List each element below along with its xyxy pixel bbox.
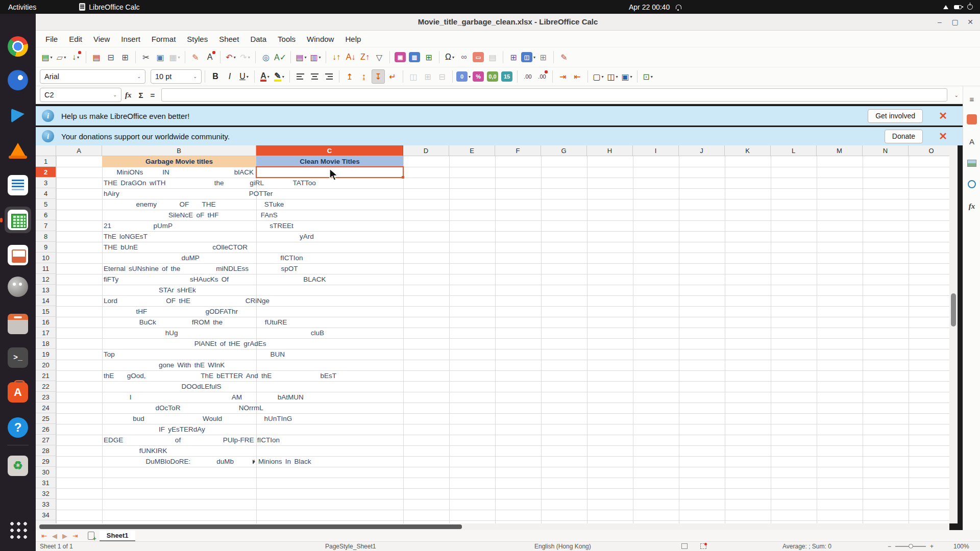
clone-formatting-icon[interactable]: ✎ [189,50,202,64]
row-header-8[interactable]: 8 [36,231,56,242]
dock-item-libreoffice-impress[interactable] [5,242,31,268]
window-title-bar[interactable]: Movie_title_garbage_clean.xlsx - LibreOf… [36,14,980,31]
column-header-B[interactable]: B [102,145,256,156]
gallery-deck-icon[interactable] [965,157,978,170]
copy-icon[interactable]: ▣ [154,50,167,64]
last-sheet-button[interactable]: ⇥ [72,532,78,540]
cell-B19[interactable]: Top BUN [104,349,402,360]
row-header-26[interactable]: 26 [36,424,56,435]
cell-B28[interactable]: fUNKIRK [104,445,402,456]
cell-B23[interactable]: I AM bAtMUN [104,392,402,403]
row-header-32[interactable]: 32 [36,488,56,499]
print-preview-icon[interactable]: ⊞ [118,50,132,64]
increase-indent-icon[interactable]: ⇥ [556,69,570,84]
special-character-icon[interactable]: Ω▾ [443,50,456,64]
sort-descending-icon[interactable]: Z↑ [358,50,372,64]
cell-B12[interactable]: fiFTy sHAucKs Of BLACK [104,274,402,285]
undo-icon[interactable]: ↶▾ [224,50,237,64]
cell-B27[interactable]: EDGE of PUlp-FRE fICTIon [104,435,402,445]
add-sheet-icon[interactable] [88,532,94,540]
activities-button[interactable]: Activities [8,3,36,11]
clear-formatting-icon[interactable]: A [203,50,216,64]
column-header-H[interactable]: H [587,145,633,156]
dropdown-arrow-icon[interactable]: ▾ [178,55,180,60]
dropdown-arrow-icon[interactable]: ▾ [452,55,454,60]
dropdown-arrow-icon[interactable]: ▾ [616,74,618,79]
row-header-19[interactable]: 19 [36,349,56,360]
expand-formula-bar-icon[interactable]: ⌄ [954,92,959,98]
align-right-icon[interactable] [322,69,335,84]
split-window-icon[interactable]: ◫▾ [521,50,535,64]
format-date-icon[interactable]: 15 [500,69,513,84]
cell-B15[interactable]: tHF gODFAThr [104,306,402,317]
dock-item-chrome[interactable] [5,33,31,60]
dropdown-arrow-icon[interactable]: ▾ [319,55,321,60]
column-header-F[interactable]: F [495,145,541,156]
row-header-28[interactable]: 28 [36,445,56,456]
align-bottom-icon[interactable]: ↧ [372,69,385,84]
italic-icon[interactable]: I [223,69,236,84]
column-header-G[interactable]: G [541,145,587,156]
column-header-D[interactable]: D [403,145,449,156]
format-currency-icon[interactable]: 0▾ [456,69,471,84]
next-sheet-button[interactable]: ▶ [62,532,67,540]
row-header-31[interactable]: 31 [36,478,56,488]
dropdown-arrow-icon[interactable]: ▾ [64,55,66,60]
font-color-icon[interactable]: A▾ [258,69,272,84]
name-box[interactable]: C2⌄ [40,88,121,102]
sidebar-settings-icon[interactable]: ≡ [965,92,978,106]
column-header-O[interactable]: O [909,145,949,156]
row-header-1[interactable]: 1 [36,156,56,167]
bold-icon[interactable]: B [209,69,222,84]
row-header-27[interactable]: 27 [36,435,56,445]
insert-chart-icon[interactable]: ▥ [408,50,421,64]
row-header-16[interactable]: 16 [36,317,56,328]
menu-view[interactable]: View [88,33,115,45]
column-header-L[interactable]: L [771,145,817,156]
dock-item-vlc[interactable] [5,136,31,163]
border-style-icon[interactable]: ◫▾ [606,69,619,84]
cell-B13[interactable]: STAr sHrEk [104,285,402,295]
insert-pivot-table-icon[interactable]: ⊞ [422,50,435,64]
align-left-icon[interactable] [293,69,307,84]
dock-item-vscode[interactable] [5,102,31,128]
dock-item-thunderbird[interactable] [5,67,31,93]
focused-app-indicator[interactable]: LibreOffice Calc [79,3,139,11]
row-header-3[interactable]: 3 [36,178,56,188]
menu-window[interactable]: Window [301,33,339,45]
cell-B6[interactable]: SileNcE oF tHF FAnS [104,210,402,220]
show-grid-lines-icon[interactable]: ⊞ [536,50,550,64]
cut-icon[interactable]: ✂ [139,50,153,64]
vertical-scrollbar-thumb[interactable] [951,293,956,327]
row-header-34[interactable]: 34 [36,510,56,520]
sheet-tab-sheet1[interactable]: Sheet1 [100,531,136,541]
equals-icon[interactable]: = [151,91,155,99]
column-header-J[interactable]: J [679,145,725,156]
zoom-percentage[interactable]: 100% [953,543,969,550]
cell-B14[interactable]: Lord OF tHE CRiNge [104,295,402,306]
row-header-4[interactable]: 4 [36,188,56,199]
zoom-in-button[interactable]: + [930,543,934,550]
center-vertically-icon[interactable]: ↨ [357,69,371,84]
cell-B9[interactable]: THE bUnE cOlleCTOR [104,242,402,253]
row-header-13[interactable]: 13 [36,285,56,295]
delete-decimal-place-icon[interactable]: .00 [535,69,549,84]
dock-item-files[interactable] [5,311,31,337]
get-involved-button[interactable]: Get involved [868,109,923,123]
system-tray[interactable] [943,0,973,14]
cell-B16[interactable]: BuCk fROM the fUtuRE [104,317,402,328]
row-header-30[interactable]: 30 [36,467,56,478]
row-header-2[interactable]: 2 [36,167,56,178]
cell-B24[interactable]: dOcToR NOrrmL [104,403,402,413]
language-status[interactable]: English (Hong Kong) [534,543,591,550]
dropdown-arrow-icon[interactable]: ▾ [267,74,270,79]
dropdown-arrow-icon[interactable]: ▾ [77,55,79,60]
row-header-11[interactable]: 11 [36,263,56,274]
row-header-24[interactable]: 24 [36,403,56,413]
spreadsheet-grid[interactable]: ABCDEFGHIJKLMNO1234567891011121314151617… [36,145,949,523]
save-icon[interactable]: ↓▾ [69,50,82,64]
dock-item-ubuntu-software[interactable]: A [5,379,31,406]
dropdown-arrow-icon[interactable]: ▾ [533,55,535,60]
page-style-status[interactable]: PageStyle_Sheet1 [325,543,376,550]
spelling-icon[interactable]: A✓ [274,50,287,64]
